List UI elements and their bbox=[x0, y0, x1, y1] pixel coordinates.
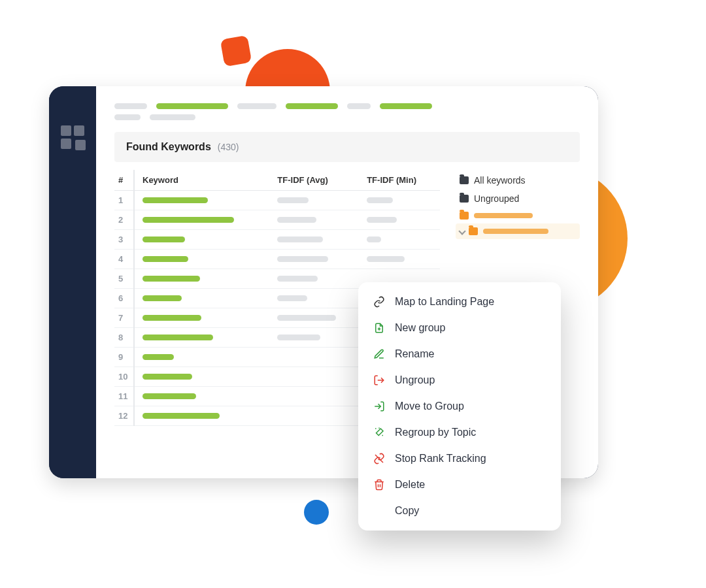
folder-icon bbox=[469, 227, 478, 235]
cell-avg bbox=[273, 250, 363, 269]
cell-avg bbox=[273, 387, 363, 406]
menu-label: Rename bbox=[395, 348, 434, 360]
cell-keyword bbox=[134, 387, 273, 406]
app-logo-icon[interactable] bbox=[61, 125, 84, 149]
group-label: All keywords bbox=[474, 175, 526, 186]
breadcrumb-skeleton bbox=[114, 103, 580, 109]
group-item[interactable] bbox=[456, 208, 580, 223]
table-row[interactable]: 1 bbox=[114, 191, 440, 210]
edit-icon bbox=[373, 348, 386, 361]
col-tfidf-avg[interactable]: TF-IDF (Avg) bbox=[273, 170, 363, 191]
trash-icon bbox=[373, 478, 386, 491]
cell-min bbox=[363, 210, 440, 230]
chevron-down-icon bbox=[458, 227, 465, 235]
menu-label: Stop Rank Tracking bbox=[395, 453, 486, 465]
group-item-selected[interactable] bbox=[456, 223, 580, 239]
cell-keyword bbox=[134, 210, 273, 230]
group-all-keywords[interactable]: All keywords bbox=[456, 171, 580, 189]
group-label-skeleton bbox=[474, 213, 533, 218]
cell-keyword bbox=[134, 269, 273, 289]
cell-min bbox=[363, 230, 440, 250]
cell-keyword bbox=[134, 348, 273, 367]
menu-label: Copy bbox=[395, 505, 419, 517]
folder-icon bbox=[460, 212, 469, 220]
menu-stop-tracking[interactable]: Stop Rank Tracking bbox=[358, 446, 561, 472]
cell-avg bbox=[273, 328, 363, 348]
cell-keyword bbox=[134, 289, 273, 308]
exit-icon bbox=[373, 374, 386, 387]
cell-avg bbox=[273, 230, 363, 250]
col-tfidf-min[interactable]: TF-IDF (Min) bbox=[363, 170, 440, 191]
cell-keyword bbox=[134, 308, 273, 328]
menu-map-landing[interactable]: Map to Landing Page bbox=[358, 289, 561, 315]
row-number: 9 bbox=[114, 348, 134, 367]
section-header: Found Keywords (430) bbox=[114, 132, 580, 162]
row-number: 7 bbox=[114, 308, 134, 328]
menu-copy[interactable]: Copy bbox=[358, 498, 561, 524]
menu-label: Map to Landing Page bbox=[395, 296, 494, 308]
row-number: 6 bbox=[114, 289, 134, 308]
row-number: 11 bbox=[114, 387, 134, 406]
new-file-icon bbox=[373, 321, 386, 335]
row-number: 4 bbox=[114, 250, 134, 269]
decoration-square bbox=[220, 35, 252, 67]
row-number: 1 bbox=[114, 191, 134, 210]
row-number: 8 bbox=[114, 328, 134, 348]
cell-min bbox=[363, 250, 440, 269]
menu-label: Delete bbox=[395, 479, 425, 491]
cell-min bbox=[363, 191, 440, 210]
row-number: 2 bbox=[114, 210, 134, 230]
cell-avg bbox=[273, 308, 363, 328]
cell-avg bbox=[273, 367, 363, 387]
row-number: 3 bbox=[114, 230, 134, 250]
menu-label: Regroup by Topic bbox=[395, 427, 476, 438]
cell-avg bbox=[273, 289, 363, 308]
group-ungrouped[interactable]: Ungrouped bbox=[456, 189, 580, 208]
link-icon bbox=[373, 295, 386, 308]
unlink-icon bbox=[373, 452, 386, 465]
folder-icon bbox=[460, 195, 469, 203]
cell-keyword bbox=[134, 191, 273, 210]
blank-icon bbox=[373, 504, 386, 517]
folder-icon bbox=[460, 176, 469, 184]
col-number[interactable]: # bbox=[114, 170, 134, 191]
decoration-circle bbox=[304, 500, 329, 525]
cell-keyword bbox=[134, 367, 273, 387]
cell-keyword bbox=[134, 230, 273, 250]
sidebar bbox=[49, 86, 96, 478]
table-row[interactable]: 3 bbox=[114, 230, 440, 250]
menu-move-group[interactable]: Move to Group bbox=[358, 393, 561, 419]
menu-delete[interactable]: Delete bbox=[358, 472, 561, 498]
cell-avg bbox=[273, 191, 363, 210]
menu-label: Move to Group bbox=[395, 400, 464, 412]
cell-avg bbox=[273, 210, 363, 230]
menu-label: New group bbox=[395, 322, 445, 334]
table-row[interactable]: 2 bbox=[114, 210, 440, 230]
row-number: 10 bbox=[114, 367, 134, 387]
menu-rename[interactable]: Rename bbox=[358, 341, 561, 367]
menu-label: Ungroup bbox=[395, 374, 435, 386]
menu-ungroup[interactable]: Ungroup bbox=[358, 367, 561, 393]
col-keyword[interactable]: Keyword bbox=[134, 170, 273, 191]
cell-avg bbox=[273, 348, 363, 367]
enter-icon bbox=[373, 400, 386, 413]
context-menu: Map to Landing Page New group Rename Ung… bbox=[358, 282, 561, 531]
section-title: Found Keywords bbox=[126, 141, 211, 153]
table-row[interactable]: 4 bbox=[114, 250, 440, 269]
cell-avg bbox=[273, 269, 363, 289]
cell-keyword bbox=[134, 250, 273, 269]
magic-icon bbox=[373, 426, 386, 439]
breadcrumb-skeleton bbox=[114, 114, 580, 120]
cell-avg bbox=[273, 406, 363, 426]
row-number: 12 bbox=[114, 406, 134, 426]
menu-new-group[interactable]: New group bbox=[358, 315, 561, 341]
row-number: 5 bbox=[114, 269, 134, 289]
cell-keyword bbox=[134, 406, 273, 426]
cell-keyword bbox=[134, 328, 273, 348]
group-label: Ungrouped bbox=[474, 193, 519, 204]
menu-regroup-topic[interactable]: Regroup by Topic bbox=[358, 419, 561, 446]
section-count: (430) bbox=[218, 142, 239, 152]
group-label-skeleton bbox=[483, 229, 548, 234]
